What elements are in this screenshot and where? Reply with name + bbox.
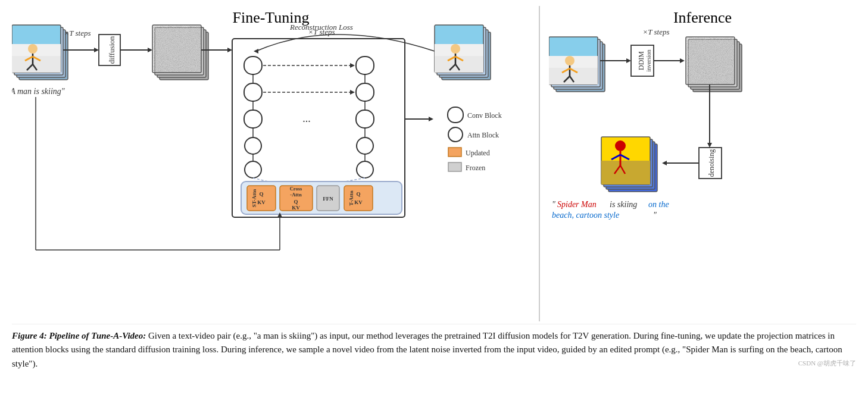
caption-box: Figure 4: Pipeline of Tune-A-Video: Give… (12, 324, 856, 371)
svg-text:Frozen: Frozen (466, 164, 485, 172)
svg-point-43 (357, 161, 373, 178)
svg-point-6 (28, 44, 38, 54)
svg-point-42 (357, 137, 373, 154)
svg-rect-39 (356, 57, 374, 74)
svg-marker-18 (148, 48, 152, 52)
svg-rect-31 (244, 110, 262, 128)
watermark: CSDN @胡虎千味了 (798, 358, 856, 368)
svg-marker-124 (707, 143, 712, 148)
svg-rect-133 (601, 161, 650, 184)
diagram-area: Fine-Tuning ×T steps (12, 6, 856, 321)
svg-rect-30 (244, 83, 262, 101)
svg-text:T-Attn: T-Attn (348, 190, 354, 206)
svg-rect-121 (686, 37, 735, 85)
svg-text:Q: Q (356, 191, 360, 197)
svg-text:FFN: FFN (323, 196, 333, 202)
svg-point-79 (451, 44, 460, 54)
svg-marker-25 (227, 48, 232, 52)
svg-rect-90 (448, 107, 463, 123)
svg-text:is skiing: is skiing (610, 200, 637, 209)
section-divider (539, 6, 540, 321)
svg-text:diffusion: diffusion (107, 36, 116, 64)
svg-text:···: ··· (302, 115, 311, 127)
svg-text:": " (552, 200, 555, 209)
main-container: Fine-Tuning ×T steps (0, 0, 868, 377)
svg-rect-22 (152, 25, 201, 73)
svg-text:Conv Block: Conv Block (467, 111, 502, 120)
svg-text:-Attn: -Attn (290, 192, 302, 198)
svg-rect-29 (244, 57, 262, 74)
svg-text:×T steps: ×T steps (64, 29, 90, 37)
brand-name: Pipeline of Tune-A-Video: (49, 331, 146, 340)
svg-marker-14 (94, 48, 99, 52)
svg-text:Spider Man: Spider Man (557, 200, 597, 209)
svg-text:Cross: Cross (290, 186, 302, 192)
inference-section: Inference ×T steps (549, 6, 856, 315)
svg-rect-41 (356, 110, 374, 128)
svg-point-32 (245, 137, 261, 154)
figure-label: Figure 4: (12, 331, 47, 340)
svg-text:KV: KV (292, 205, 300, 211)
svg-text:ST-Attn: ST-Attn (251, 189, 257, 208)
svg-point-33 (245, 161, 261, 178)
svg-marker-117 (680, 58, 685, 63)
svg-text:DDIM: DDIM (637, 51, 645, 70)
svg-marker-112 (626, 58, 631, 63)
svg-point-92 (448, 127, 463, 142)
svg-text:KV: KV (257, 199, 266, 205)
svg-marker-71 (429, 117, 433, 121)
svg-text:KV: KV (354, 199, 363, 205)
svg-text:Reconstruction Loss: Reconstruction Loss (289, 24, 353, 32)
svg-text:"A man is skiing": "A man is skiing" (12, 87, 65, 96)
svg-text:beach, cartoon style: beach, cartoon style (552, 211, 619, 220)
svg-text:on the: on the (648, 200, 669, 209)
svg-text:×T steps: ×T steps (642, 27, 669, 36)
svg-text:denoising: denoising (707, 149, 716, 177)
svg-text:Updated: Updated (466, 149, 490, 157)
svg-rect-40 (356, 83, 374, 101)
svg-point-105 (565, 56, 574, 65)
svg-text:inversion: inversion (645, 49, 652, 71)
svg-text:Attn Block: Attn Block (467, 131, 499, 139)
fine-tuning-section: Fine-Tuning ×T steps (12, 6, 530, 315)
svg-text:": " (653, 211, 657, 220)
svg-rect-94 (448, 148, 461, 157)
svg-rect-96 (448, 162, 461, 171)
svg-marker-128 (662, 161, 667, 165)
svg-text:Q: Q (259, 191, 263, 197)
svg-text:Q: Q (294, 199, 298, 205)
svg-point-134 (615, 140, 626, 151)
